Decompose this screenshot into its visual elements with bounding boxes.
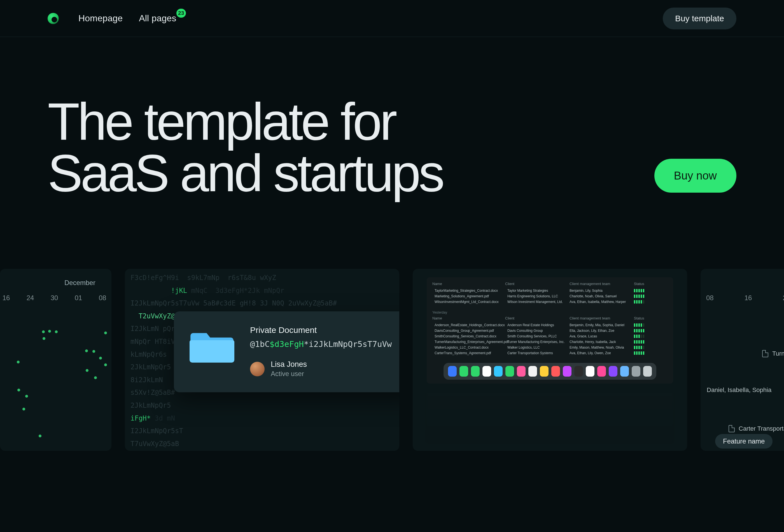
nav-link-homepage[interactable]: Homepage	[78, 13, 123, 24]
folder-icon	[190, 327, 234, 363]
hero-line-1: The template for	[48, 92, 395, 151]
top-nav: Homepage All pages 23 Buy template	[0, 0, 784, 37]
th-team: Client management team	[569, 282, 634, 286]
calendar-axis: 16 24 30 01 08	[0, 294, 107, 302]
table-row: WilsonInvestmentMgmt_Ltd_Contract.docx W…	[432, 300, 668, 304]
avatar	[250, 362, 264, 376]
table-section-2: Anderson_RealEstate_Holdings_Contract.do…	[432, 323, 668, 355]
table-row: TaylorMarketing_Strategies_Contract.docx…	[432, 289, 668, 292]
feature-card-files: 08 16 24 3 Turner M Daniel, Isabella, So…	[701, 269, 784, 451]
file-chip: Carter Transportation Systems	[729, 425, 784, 432]
dock-app-icon[interactable]	[643, 366, 652, 376]
dock-app-icon[interactable]	[632, 366, 640, 376]
dock-app-icon[interactable]	[448, 366, 457, 376]
dock-app-icon[interactable]	[586, 366, 594, 376]
document-title: Private Document	[250, 325, 399, 335]
axis-tick: 01	[74, 294, 83, 302]
feature-card-calendar: December 16 24 30 01 08	[0, 269, 111, 451]
table-row: SmithConsulting_Services_Contract.docx S…	[432, 334, 668, 338]
table-row: Marketing_Solutions_Agreement.pdf Harris…	[432, 294, 668, 298]
calendar-dots	[0, 308, 111, 451]
table-header: Name Client Client management team Statu…	[432, 282, 668, 286]
feature-card-strip: December 16 24 30 01 08	[0, 269, 784, 451]
dock-app-icon[interactable]	[517, 366, 526, 376]
dock-app-icon[interactable]	[551, 366, 560, 376]
document-hash: @1bC$d3eFgH*i2JkLmNpQr5sT7uVw	[250, 339, 399, 349]
axis-tick: 16	[2, 294, 11, 302]
nav-link-label: All pages	[139, 13, 176, 23]
dock-app-icon[interactable]	[505, 366, 514, 376]
feature-card-desktop: Name Client Client management team Statu…	[413, 269, 687, 451]
file-chip: Turner M	[762, 350, 784, 357]
dock-app-icon[interactable]	[540, 366, 549, 376]
axis-tick: 30	[50, 294, 59, 302]
calendar-month-label: December	[64, 279, 95, 287]
table-row: Anderson_RealEstate_Holdings_Contract.do…	[432, 323, 668, 327]
table-subheader: Yesterday	[432, 310, 668, 314]
document-user: Lisa Jones Active user	[250, 360, 399, 378]
dock-app-icon[interactable]	[609, 366, 617, 376]
th-status: Status	[634, 282, 659, 286]
user-status: Active user	[271, 370, 307, 378]
user-name: Lisa Jones	[271, 360, 307, 369]
th-client: Client	[505, 282, 569, 286]
nav-link-all-pages[interactable]: All pages 23	[139, 13, 176, 24]
dock-app-icon[interactable]	[574, 366, 583, 376]
dock-app-icon[interactable]	[563, 366, 571, 376]
document-icon	[729, 425, 735, 432]
axis-tick: 24	[26, 294, 35, 302]
buy-template-button[interactable]: Buy template	[663, 7, 736, 29]
table-row: WalkerLogistics_LLC_Contract.docx Walker…	[432, 345, 668, 349]
dock-app-icon[interactable]	[494, 366, 503, 376]
dock-app-icon[interactable]	[620, 366, 629, 376]
dock-app-icon[interactable]	[459, 366, 468, 376]
document-panel: Private Document @1bC$d3eFgH*i2JkLmNpQr5…	[174, 311, 399, 392]
table-header-2: Name Client Client management team Statu…	[432, 316, 668, 320]
dock-app-icon[interactable]	[597, 366, 606, 376]
document-icon	[762, 350, 768, 357]
axis-tick: 08	[98, 294, 107, 302]
buy-now-button[interactable]: Buy now	[654, 159, 736, 193]
desktop-reflection	[427, 392, 673, 442]
brand-logo[interactable]	[48, 13, 59, 24]
table-row: CarterTrans_Systems_Agreement.pdf Carter…	[432, 351, 668, 355]
dock-app-icon[interactable]	[471, 366, 480, 376]
hero: The template for SaaS and startups Buy n…	[0, 37, 784, 199]
axis-tick: 24	[783, 294, 784, 302]
table-row: DavisConsulting_Group_Agreement.pdf Davi…	[432, 329, 668, 333]
feature-name-pill[interactable]: Feature name	[715, 434, 773, 449]
table-row: TurnerManufacturing_Enterprises_Agreemen…	[432, 340, 668, 344]
axis-right: 08 16 24 3	[706, 294, 784, 302]
axis-tick: 16	[745, 294, 752, 302]
table-section-1: TaylorMarketing_Strategies_Contract.docx…	[432, 289, 668, 304]
hero-title: The template for SaaS and startups	[48, 96, 443, 199]
hero-line-2: SaaS and startups	[48, 144, 443, 202]
pages-count-badge: 23	[176, 9, 186, 18]
th-name: Name	[432, 282, 505, 286]
axis-tick: 08	[706, 294, 714, 302]
team-names: Daniel, Isabella, Sophia	[707, 386, 772, 394]
nav-links: Homepage All pages 23	[78, 13, 176, 24]
macos-dock	[444, 363, 656, 380]
feature-card-document: F3cD!eFg^H9i s9kL7mNp r6sT&8u wXyZ !jKL …	[125, 269, 399, 451]
dock-app-icon[interactable]	[482, 366, 491, 376]
dock-app-icon[interactable]	[528, 366, 537, 376]
